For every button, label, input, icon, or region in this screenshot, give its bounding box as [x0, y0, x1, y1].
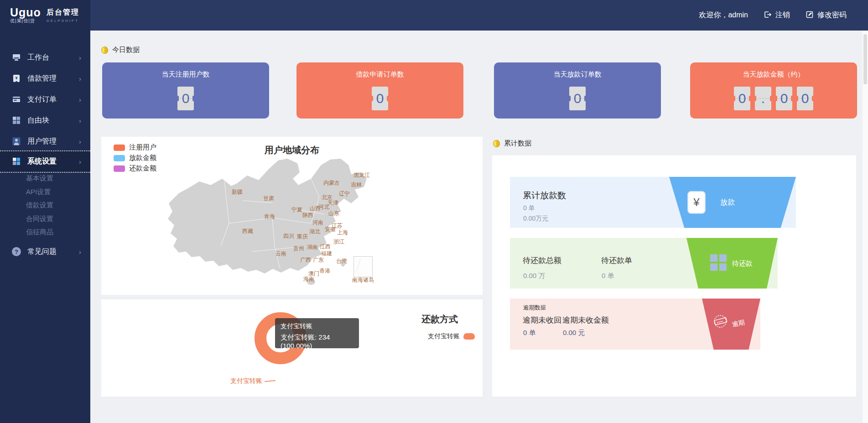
- monitor-icon: [11, 52, 21, 62]
- province-label[interactable]: 青海: [264, 213, 275, 221]
- brand-tagline: 优|果|信|贷: [10, 18, 41, 24]
- blocks-icon: [710, 254, 727, 271]
- sidebar-item-faq[interactable]: ? 常见问题 ›: [0, 245, 90, 258]
- summary-row-overdue: 逾期数据 逾期未收回 0 单 逾期未收金额 0.00 元 逾期: [510, 299, 760, 350]
- col-title: 逾期未收金额: [562, 315, 609, 325]
- row-title: 累计放款数: [523, 190, 566, 201]
- sidebar-subitem-api-settings[interactable]: API设置: [26, 188, 51, 199]
- question-icon: ?: [11, 247, 21, 257]
- sidebar-subitem-basic-settings[interactable]: 基本设置: [26, 174, 53, 185]
- funnel-segment-blue: ¥ 放款: [669, 177, 796, 228]
- stat-card-loan-applications: 借款申请订单数 0: [296, 62, 463, 119]
- app-subtitle: DELPSHIFT: [47, 19, 79, 23]
- province-label[interactable]: 新疆: [232, 188, 243, 196]
- sidebar-item-free-blocks[interactable]: 自由块 ›: [0, 113, 90, 127]
- funnel-label: 待还款: [732, 259, 753, 268]
- summary-section-header: 累计数据: [493, 139, 531, 148]
- funnel-label: 放款: [720, 198, 735, 207]
- stat-card-title: 当天注册用户数: [102, 70, 269, 79]
- province-label[interactable]: 福建: [321, 250, 332, 258]
- province-label[interactable]: 香港: [319, 267, 330, 275]
- province-label[interactable]: 辽宁: [339, 190, 350, 198]
- summary-row-pending-repayment: 待还款总额 0.00 万 待还款单 0 单 待还款: [510, 238, 778, 289]
- legend-item[interactable]: 注册用户: [114, 142, 156, 153]
- app-logo: Uguo 优|果|信|贷 后台管理 DELPSHIFT: [0, 0, 90, 31]
- stat-card-title: 当天放款金额（约）: [690, 70, 857, 79]
- province-label[interactable]: 陕西: [302, 212, 313, 219]
- legend-swatch: [114, 155, 125, 161]
- province-label[interactable]: 海南: [303, 275, 314, 283]
- funnel-segment-green: 待还款: [686, 238, 778, 289]
- map-chart-title: 用户地域分布: [101, 144, 483, 156]
- province-label[interactable]: 台湾: [336, 258, 347, 265]
- chevron-right-icon: ›: [79, 248, 81, 256]
- chart-tooltip: 支付宝转账 支付宝转账: 234 (100.00%): [275, 318, 359, 348]
- province-label[interactable]: 四川: [283, 232, 294, 240]
- province-label[interactable]: 西藏: [242, 227, 253, 235]
- sidebar: 工作台 › ¥ 借款管理 › 支付订单 › 自由块 › 用户管理 › 系统设置: [0, 31, 90, 423]
- chevron-right-icon: ›: [79, 158, 81, 165]
- edit-icon: [806, 10, 814, 21]
- sidebar-subitem-credit-products[interactable]: 信征商品: [26, 228, 53, 239]
- user-icon: [11, 136, 21, 146]
- legend-swatch: [114, 144, 125, 151]
- stat-card-loans-issued: 当天放款订单数 0: [494, 62, 661, 119]
- summary-heading: 累计数据: [504, 139, 531, 148]
- sidebar-subitem-contract-settings[interactable]: 合同设置: [26, 215, 53, 226]
- legend-item[interactable]: 放款金额: [114, 153, 156, 163]
- donut-legend-item[interactable]: 支付宝转账: [428, 332, 475, 340]
- counter-digit: .: [755, 87, 771, 110]
- province-label[interactable]: 甘肃: [263, 195, 274, 202]
- app-title: 后台管理: [47, 8, 79, 17]
- counter-digit: 0: [177, 87, 194, 110]
- province-label[interactable]: 上海: [337, 229, 348, 237]
- stat-card-loan-amount: 当天放款金额（约） 0.00: [690, 62, 857, 119]
- counter-digit: 0: [776, 87, 792, 110]
- divider: [0, 150, 90, 151]
- welcome-text: 欢迎你，admin: [699, 10, 748, 20]
- sidebar-item-loan-management[interactable]: ¥ 借款管理 ›: [0, 72, 90, 85]
- map-legend: 注册用户 放款金额 还款金额: [114, 142, 156, 174]
- province-label[interactable]: 湖南: [307, 243, 318, 251]
- funnel-segment-red: 逾期: [702, 299, 760, 350]
- province-label[interactable]: 浙江: [333, 238, 344, 246]
- scrollbar[interactable]: [863, 31, 868, 423]
- sidebar-subitem-loan-settings[interactable]: 借款设置: [26, 201, 53, 212]
- coin-icon: [101, 46, 109, 54]
- payment-card-icon: [11, 94, 21, 104]
- province-label[interactable]: 吉林: [351, 181, 362, 189]
- counter-digit: 0: [734, 87, 750, 110]
- region-map-panel: 用户地域分布 注册用户 放款金额 还款金额: [101, 137, 483, 295]
- province-label[interactable]: 河南: [312, 219, 323, 227]
- row-subheading: 逾期数据: [523, 304, 546, 312]
- sidebar-item-payment-orders[interactable]: 支付订单 ›: [0, 93, 90, 106]
- province-label[interactable]: 山东: [328, 210, 339, 217]
- province-label[interactable]: 广西: [300, 256, 311, 264]
- province-label[interactable]: 云南: [275, 250, 286, 258]
- chevron-right-icon: ›: [79, 54, 81, 62]
- chevron-right-icon: ›: [79, 138, 81, 145]
- province-label[interactable]: 重庆: [297, 233, 308, 241]
- scrollbar-thumb[interactable]: [863, 34, 867, 84]
- south-china-sea-label: 南海诸岛: [347, 276, 379, 284]
- stat-card-registered-users: 当天注册用户数 0: [102, 62, 269, 119]
- counter-digit: 0: [372, 87, 388, 110]
- province-label[interactable]: 贵州: [293, 245, 304, 253]
- sidebar-item-workbench[interactable]: 工作台 ›: [0, 51, 90, 64]
- row-value: 0.00万元: [523, 215, 548, 223]
- stat-card-title: 当天放款订单数: [494, 70, 661, 79]
- today-section-header: 今日数据: [101, 46, 140, 54]
- sidebar-item-system-settings[interactable]: 系统设置 ›: [0, 155, 90, 168]
- pie-legend-icon: [463, 333, 475, 340]
- change-password-button[interactable]: 修改密码: [806, 10, 847, 21]
- sidebar-item-user-management[interactable]: 用户管理 ›: [0, 134, 90, 148]
- province-label[interactable]: 湖北: [309, 228, 320, 236]
- logout-button[interactable]: 注销: [764, 10, 790, 21]
- brand-name: Uguo: [10, 7, 41, 18]
- coin-icon: [493, 139, 501, 148]
- province-label[interactable]: 内蒙古: [323, 179, 340, 187]
- province-label[interactable]: 黑龙江: [353, 171, 370, 179]
- province-label[interactable]: 宁夏: [291, 206, 302, 214]
- legend-item[interactable]: 还款金额: [114, 163, 156, 174]
- province-label[interactable]: 安徽: [325, 226, 336, 233]
